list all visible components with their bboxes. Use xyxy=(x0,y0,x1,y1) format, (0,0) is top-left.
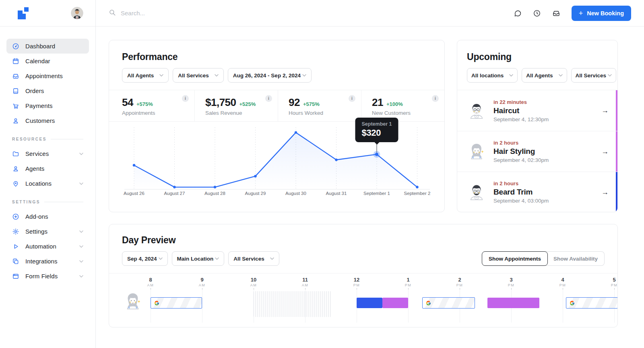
appointment-service: Haircut xyxy=(493,106,549,115)
appointment-info: in 2 hours Hair Styling September 4, 02:… xyxy=(493,140,549,163)
show-appointments-button[interactable]: Show Appointments xyxy=(482,251,548,266)
filter-all-services[interactable]: All Services xyxy=(173,68,224,83)
locations-icon xyxy=(12,180,19,187)
arrow-right-icon[interactable]: → xyxy=(601,147,609,156)
stat-value: $1,750 xyxy=(205,96,236,109)
busy-hatched-block xyxy=(254,291,331,317)
google-calendar-block[interactable] xyxy=(422,297,475,309)
new-booking-button[interactable]: + New Booking xyxy=(572,6,631,21)
info-icon[interactable]: i xyxy=(432,95,439,102)
stat-sales-revenue: $1,750 +525% Sales Revenue i xyxy=(194,90,278,121)
view-toggle: Show Appointments Show Availability xyxy=(482,251,605,266)
main-area: + New Booking Performance All Agents xyxy=(96,0,644,348)
filter-all-locations[interactable]: All locations xyxy=(467,68,518,83)
sidebar-item-dashboard[interactable]: Dashboard xyxy=(6,39,89,54)
show-availability-button[interactable]: Show Availability xyxy=(545,251,605,266)
orders-icon xyxy=(12,87,19,95)
sidebar-item-customers[interactable]: Customers xyxy=(6,113,89,128)
sidebar-item-integrations[interactable]: Integrations xyxy=(6,254,89,269)
customers-icon xyxy=(12,117,19,124)
search-input[interactable] xyxy=(121,10,290,17)
filter-date-range[interactable]: Aug 26, 2024 - Sep 2, 2024 xyxy=(228,68,312,83)
appointment-blue[interactable] xyxy=(357,298,382,308)
chevron-down-icon xyxy=(79,230,83,233)
appointment-purple[interactable] xyxy=(382,298,408,308)
sidebar-item-label: Appointments xyxy=(25,72,63,79)
filter-date[interactable]: Sep 4, 2024 xyxy=(122,251,168,266)
google-calendar-block[interactable] xyxy=(566,297,618,309)
filter-all-agents[interactable]: All Agents xyxy=(122,68,169,83)
stat-value: 21 xyxy=(372,96,383,109)
sidebar-item-settings[interactable]: Settings xyxy=(6,224,89,239)
sidebar-item-add-ons[interactable]: Add-ons xyxy=(6,209,89,224)
chevron-down-icon xyxy=(79,245,83,248)
appointment-eta: in 22 minutes xyxy=(493,99,549,105)
performance-card: Performance All Agents All Services Aug … xyxy=(109,40,445,212)
user-avatar[interactable] xyxy=(71,7,83,19)
app-root: Dashboard Calendar Appointments Orders P… xyxy=(0,0,644,348)
clock-icon[interactable] xyxy=(533,9,541,17)
info-icon[interactable]: i xyxy=(349,95,355,102)
appointment-info: in 22 minutes Haircut September 4, 12:30… xyxy=(493,99,549,122)
sidebar-item-label: Dashboard xyxy=(25,43,55,50)
service-color-strip xyxy=(616,172,617,212)
section-divider xyxy=(51,139,83,139)
info-icon[interactable]: i xyxy=(265,95,272,102)
filter-all-agents[interactable]: All Agents xyxy=(522,68,567,83)
appointment-service: Hair Styling xyxy=(493,147,549,156)
plus-icon: + xyxy=(579,10,583,17)
tooltip-value: $320 xyxy=(361,128,392,138)
inbox-icon[interactable] xyxy=(552,9,560,17)
day-preview-filters: Sep 4, 2024 Main Location All Services xyxy=(122,251,279,266)
addons-icon xyxy=(12,213,19,220)
filter-location[interactable]: Main Location xyxy=(172,251,225,266)
stat-new-customers: 21 +100% New Customers i xyxy=(361,90,444,121)
google-logo-icon xyxy=(570,300,575,306)
x-axis-label: August 26 xyxy=(124,191,144,196)
filter-all-services[interactable]: All Services xyxy=(228,251,279,266)
upcoming-title: Upcoming xyxy=(467,52,608,62)
chevron-down-icon xyxy=(79,153,83,155)
tooltip-date: September 1 xyxy=(361,121,392,127)
day-preview-title: Day Preview xyxy=(122,235,279,246)
x-axis-label: August 31 xyxy=(326,191,347,196)
sidebar-item-appointments[interactable]: Appointments xyxy=(6,68,89,83)
agent-avatar xyxy=(123,291,143,311)
sidebar-section-header: SETTINGS xyxy=(12,200,83,204)
sidebar-item-payments[interactable]: Payments xyxy=(6,98,89,113)
upcoming-appointment-hair-styling[interactable]: in 2 hours Hair Styling September 4, 02:… xyxy=(457,131,617,172)
google-calendar-block[interactable] xyxy=(151,297,202,309)
sidebar-item-services[interactable]: Services xyxy=(6,146,89,161)
sidebar-item-locations[interactable]: Locations xyxy=(6,176,89,191)
timeline-gridline xyxy=(408,290,409,323)
sidebar-item-label: Agents xyxy=(25,165,44,172)
timeline-hour-label: 11AM xyxy=(302,277,309,287)
filter-all-services[interactable]: All Services xyxy=(571,68,617,83)
section-label: RESOURCES xyxy=(12,137,47,141)
chat-icon[interactable] xyxy=(514,9,522,17)
sidebar-item-automation[interactable]: Automation xyxy=(6,239,89,254)
dashboard-icon xyxy=(12,43,19,50)
stat-value: 54 xyxy=(122,96,133,109)
upcoming-appointment-haircut[interactable]: in 22 minutes Haircut September 4, 12:30… xyxy=(457,90,617,131)
service-color-strip xyxy=(616,90,617,131)
day-preview-card: Day Preview Sep 4, 2024 Main Location Al… xyxy=(109,224,618,327)
timeline-hour-label: 9AM xyxy=(199,277,206,287)
chevron-down-icon xyxy=(79,260,83,263)
sidebar-nav: Dashboard Calendar Appointments Orders P… xyxy=(0,27,95,284)
topbar: + New Booking xyxy=(96,0,644,27)
stat-delta: +575% xyxy=(136,101,153,107)
arrow-right-icon[interactable]: → xyxy=(601,106,609,115)
timeline-hour-label: 12PM xyxy=(353,277,360,287)
sidebar-item-agents[interactable]: Agents xyxy=(6,161,89,176)
sidebar-item-calendar[interactable]: Calendar xyxy=(6,54,89,68)
sidebar-item-form-fields[interactable]: Form Fields xyxy=(6,269,89,284)
appointment-purple[interactable] xyxy=(487,298,539,308)
arrow-right-icon[interactable]: → xyxy=(601,188,609,197)
calendar-icon xyxy=(12,58,19,65)
latepoint-logo-icon[interactable] xyxy=(18,7,30,19)
upcoming-appointment-beard-trim[interactable]: in 2 hours Beard Trim September 4, 03:00… xyxy=(457,172,617,212)
timeline-hour-label: 4PM xyxy=(559,277,566,287)
sidebar-item-orders[interactable]: Orders xyxy=(6,83,89,98)
info-icon[interactable]: i xyxy=(182,95,189,102)
